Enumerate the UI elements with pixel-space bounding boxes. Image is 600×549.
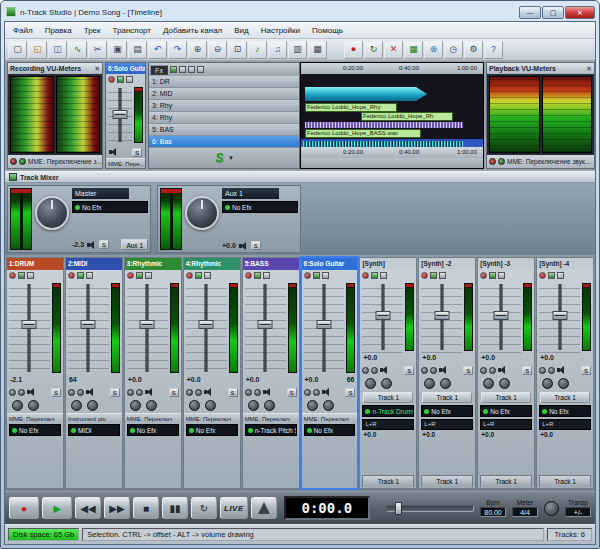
strip-name[interactable]: 4:Rhythmic [184, 258, 240, 270]
timeline-panel[interactable]: 0:20.00 0:40.00 1:00.00 Federico Loddo_H… [300, 62, 484, 169]
pan-knob[interactable] [539, 367, 546, 374]
record-arm-icon[interactable] [186, 272, 193, 279]
solo-button[interactable]: S [228, 388, 238, 397]
output-channel-box[interactable]: L+R [362, 419, 414, 430]
effects-slot[interactable]: No Efx [9, 424, 61, 436]
monitor-icon[interactable] [117, 76, 124, 83]
trim-knob[interactable] [195, 389, 202, 396]
timeline-scrollbar[interactable] [301, 158, 483, 168]
trim-knob[interactable] [136, 389, 143, 396]
import-wave-icon[interactable]: ∿ [68, 41, 87, 59]
mute-speaker-icon[interactable] [557, 366, 566, 374]
fader-handle[interactable] [434, 311, 449, 320]
trim-knob[interactable] [77, 389, 84, 396]
volume-fader[interactable] [539, 281, 580, 353]
pan-knob-large[interactable] [499, 378, 510, 389]
fader-handle[interactable] [493, 311, 508, 320]
effects-slot[interactable]: No Efx [186, 424, 238, 436]
pan-knob-large[interactable] [558, 378, 569, 389]
loop-button[interactable]: ↻ [191, 497, 217, 519]
time-ruler-top[interactable]: 0:20.00 0:40.00 1:00.00 [301, 63, 483, 74]
record-led-icon[interactable] [489, 158, 496, 165]
pan-knob-large[interactable] [146, 400, 157, 411]
cut-icon[interactable]: ✂ [88, 41, 107, 59]
delete-icon[interactable]: ✕ [384, 41, 403, 59]
pan-knob[interactable] [304, 389, 311, 396]
io-device-label[interactable]: Instrument plu [66, 413, 122, 423]
track-row[interactable]: 6: Bas [149, 136, 299, 148]
fader-handle[interactable] [22, 320, 37, 329]
aux-effects-slot[interactable]: No Efx [222, 201, 298, 213]
mute-speaker-icon[interactable] [87, 241, 96, 249]
aux-send-knob[interactable] [130, 400, 141, 411]
track-select-button[interactable]: Track 1 [363, 392, 413, 403]
monitor-icon[interactable] [136, 272, 143, 279]
clip-label[interactable]: Federico Loddo_Hope_Rhy [305, 103, 397, 112]
record-arm-icon[interactable] [362, 272, 369, 279]
mute-speaker-icon[interactable] [239, 242, 248, 250]
output-channel-box[interactable]: L+R [480, 419, 532, 430]
volume-fader[interactable] [421, 281, 462, 353]
volume-fader[interactable] [108, 85, 132, 145]
monitor-icon[interactable] [195, 272, 202, 279]
track-tab[interactable]: Track 1 [362, 475, 414, 487]
track-row[interactable]: 4: Rhy [149, 112, 299, 124]
aux-send-knob[interactable] [307, 400, 318, 411]
track-mixer-header[interactable]: Track Mixer [5, 171, 595, 183]
freeze-icon[interactable]: ⊗ [424, 41, 443, 59]
fader-handle[interactable] [199, 320, 214, 329]
track-row[interactable]: 2: MID [149, 88, 299, 100]
effects-slot[interactable]: No Efx [304, 424, 356, 436]
panel-titlebar[interactable]: Playback VU-Meters ✕ [487, 63, 594, 74]
solo-button[interactable]: S [522, 366, 532, 375]
aux-tab[interactable]: Aux 1 [121, 239, 148, 250]
solo-button[interactable]: S [132, 148, 142, 157]
close-button[interactable]: ✕ [565, 6, 595, 19]
mute-all-icon[interactable] [179, 66, 186, 73]
fx-bypass-icon[interactable] [380, 272, 387, 279]
trim-knob[interactable] [313, 389, 320, 396]
pan-knob[interactable] [245, 389, 252, 396]
effects-slot[interactable]: No Efx [421, 405, 473, 417]
track-select-button[interactable]: Track 1 [540, 392, 590, 403]
pan-knob-large[interactable] [87, 400, 98, 411]
pause-button[interactable]: ▮▮ [162, 497, 188, 519]
fx-bypass-icon[interactable] [439, 272, 446, 279]
io-device-label[interactable]: MME: Пере... [106, 158, 145, 168]
play-button[interactable]: ▶ [42, 497, 72, 519]
redo-icon[interactable]: ↷ [168, 41, 187, 59]
strip-name[interactable]: 5:BASS [243, 258, 299, 270]
monitor-icon[interactable] [254, 272, 261, 279]
fader-handle[interactable] [316, 320, 331, 329]
mute-speaker-icon[interactable] [498, 366, 507, 374]
solo-button[interactable]: S [51, 388, 61, 397]
volume-fader[interactable] [68, 281, 109, 375]
volume-fader[interactable] [362, 281, 403, 353]
snap-grid-icon[interactable]: ▦ [404, 41, 423, 59]
mute-speaker-icon[interactable] [109, 148, 118, 156]
record-arm-icon[interactable] [9, 272, 16, 279]
strip-name[interactable]: [Synth] -4 [537, 258, 593, 270]
fx-bypass-icon[interactable] [204, 272, 211, 279]
track-tab[interactable]: Track 1 [480, 475, 532, 487]
menu-item[interactable]: Настройки [255, 25, 306, 36]
strip-name[interactable]: 1:DRUM [7, 258, 63, 270]
metronome-button[interactable] [251, 497, 277, 519]
fx-bypass-icon[interactable] [498, 272, 505, 279]
record-led-icon[interactable] [10, 158, 17, 165]
master-volume-knob[interactable] [35, 196, 69, 230]
strip-name[interactable]: 2:MIDI [66, 258, 122, 270]
transpose-value[interactable]: +/- [565, 507, 591, 517]
trim-knob[interactable] [18, 389, 25, 396]
fader-handle[interactable] [258, 320, 273, 329]
pan-knob[interactable] [186, 389, 193, 396]
io-device-label[interactable]: MME: Переключ [184, 413, 240, 423]
fader-handle[interactable] [81, 320, 96, 329]
aux-send-knob[interactable] [424, 378, 435, 389]
trim-knob[interactable] [254, 389, 261, 396]
monitor-icon[interactable] [313, 272, 320, 279]
pan-knob-large[interactable] [381, 378, 392, 389]
save-file-icon[interactable]: ◫ [48, 41, 67, 59]
solo-button[interactable]: S [99, 240, 109, 249]
record-arm-icon[interactable] [304, 272, 311, 279]
